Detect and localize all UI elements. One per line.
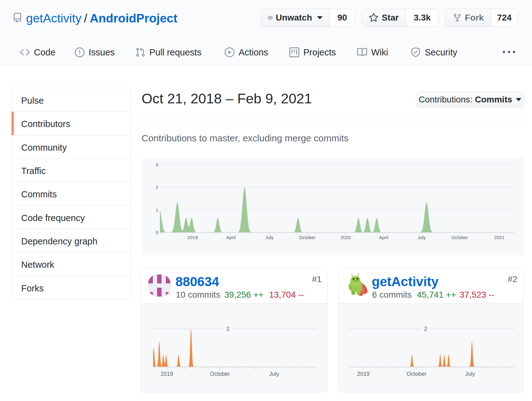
svg-text:2: 2	[424, 326, 427, 332]
svg-text:July: July	[465, 371, 475, 377]
svg-text:2019: 2019	[161, 371, 173, 377]
svg-text:1: 1	[156, 207, 158, 213]
svg-text:July: July	[269, 371, 279, 377]
svg-text:2019: 2019	[187, 235, 198, 240]
svg-text:2: 2	[156, 185, 158, 190]
svg-text:2020: 2020	[340, 235, 351, 240]
svg-text:October: October	[451, 235, 468, 240]
svg-text:2021: 2021	[494, 235, 504, 240]
svg-text:July: July	[418, 235, 426, 240]
svg-text:2: 2	[226, 326, 230, 332]
svg-text:April: April	[226, 235, 236, 240]
svg-text:2019: 2019	[357, 371, 370, 377]
svg-text:October: October	[299, 235, 315, 240]
svg-text:0: 0	[156, 230, 158, 235]
svg-text:April: April	[379, 235, 388, 240]
svg-text:July: July	[265, 235, 274, 240]
svg-text:October: October	[407, 371, 427, 377]
svg-text:3: 3	[156, 162, 158, 167]
svg-text:October: October	[210, 371, 230, 377]
